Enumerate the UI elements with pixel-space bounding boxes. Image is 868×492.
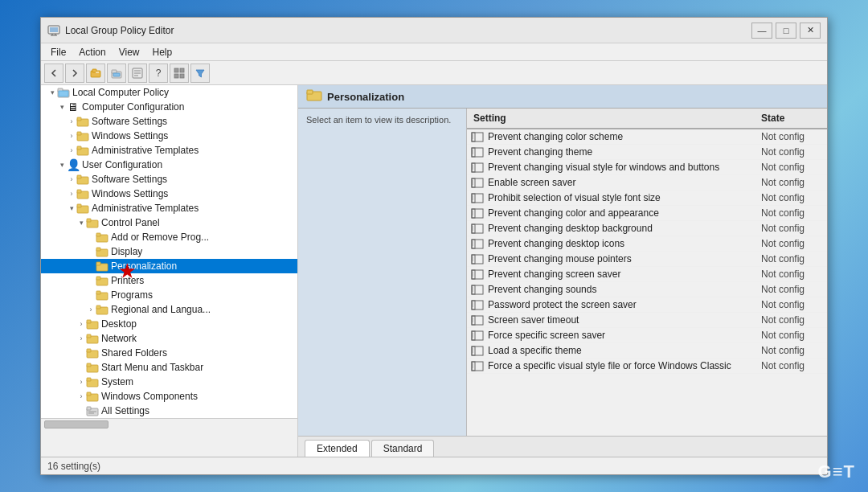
tree-windows-1[interactable]: › Windows Settings [41,129,297,143]
tree-wincomp[interactable]: › Windows Components [41,389,297,404]
tree-software-1[interactable]: › Software Settings [41,114,297,129]
svg-rect-105 [472,255,483,264]
tree-desktop[interactable]: › Desktop [41,317,297,331]
svg-rect-76 [472,163,475,172]
svg-rect-48 [87,320,91,323]
svg-rect-66 [472,133,475,141]
watermark: G≡T [818,461,855,482]
setting-name: Enable screen saver [485,177,755,188]
back-button[interactable] [44,64,63,83]
folder2-button[interactable] [107,64,126,83]
svg-rect-65 [472,133,483,141]
tree-windows-2[interactable]: › Windows Settings [41,187,297,201]
tree-network[interactable]: › Network [41,331,297,346]
view-button[interactable] [170,64,189,83]
tree-regional[interactable]: › Regional and Langua... [41,302,297,317]
tree-allsettings[interactable]: › All Settings [41,404,297,418]
setting-icon [470,131,485,142]
menu-file[interactable]: File [44,45,72,59]
filter-button[interactable] [190,64,210,83]
up-button[interactable] [86,64,105,83]
tree-system[interactable]: › System [41,375,297,389]
main-window: Local Group Policy Editor — □ ✕ File Act… [40,17,828,475]
main-content: ▾ Local Computer Policy ▾ 🖥 Computer Co [41,85,827,457]
svg-rect-28 [77,175,81,178]
cp-label: Control Panel [101,217,160,228]
tree-add-remove[interactable]: › Add or Remove Prog... [41,230,297,244]
tree-programs[interactable]: › Programs [41,288,297,302]
wc-expand: › [76,392,86,401]
settings-row[interactable]: Load a specific theme Not config [467,343,827,359]
bottom-tabs: Extended Standard [298,436,827,457]
setting-icon [470,330,485,341]
settings-row[interactable]: Force specific screen saver Not config [467,328,827,343]
ws2-icon [76,187,89,200]
setting-icon [470,345,485,356]
setting-name: Prevent changing screen saver [485,269,755,280]
forward-button[interactable] [65,64,84,83]
settings-row[interactable]: Prevent changing sounds Not config [467,282,827,297]
svg-rect-8 [112,70,117,73]
svg-rect-30 [77,190,81,193]
minimize-button[interactable]: — [751,23,772,39]
tree-panel[interactable]: ▾ Local Computer Policy ▾ 🖥 Computer Co [41,85,298,418]
settings-row[interactable]: Enable screen saver Not config [467,175,827,191]
tab-extended[interactable]: Extended [305,440,370,457]
tree-display[interactable]: › Display [41,244,297,259]
menu-view[interactable]: View [113,45,146,59]
setting-icon [470,269,485,280]
svg-rect-56 [87,378,91,381]
settings-table[interactable]: Prevent changing color scheme Not config… [467,129,827,436]
settings-row[interactable]: Force a specific visual style file or fo… [467,359,827,374]
ws1-expand: › [67,131,76,141]
wc-label: Windows Components [101,391,198,402]
settings-row[interactable]: Screen saver timeout Not config [467,313,827,328]
svg-rect-95 [472,224,483,233]
tree-personalization[interactable]: › Personalization [41,259,297,273]
settings-row[interactable]: Prevent changing color scheme Not config [467,129,827,145]
close-button[interactable]: ✕ [800,23,821,39]
svg-rect-44 [96,291,100,294]
pers-label: Personalization [111,260,177,272]
settings-row[interactable]: Prohibit selection of visual style font … [467,191,827,206]
settings-row[interactable]: Prevent changing desktop icons Not confi… [467,236,827,252]
svg-rect-71 [472,148,475,157]
menu-action[interactable]: Action [72,45,112,59]
tree-software-2[interactable]: › Software Settings [41,172,297,187]
svg-rect-100 [472,240,483,248]
tree-printers[interactable]: › Printers [41,273,297,288]
setting-icon [470,223,485,234]
settings-row[interactable]: Prevent changing visual style for window… [467,160,827,175]
tree-root[interactable]: ▾ Local Computer Policy [41,85,297,100]
settings-row[interactable]: Prevent changing theme Not config [467,145,827,160]
svg-rect-17 [180,74,184,78]
cp-expand: ▾ [76,218,86,228]
uc-label: User Configuration [82,159,162,170]
svg-rect-36 [96,233,100,236]
tree-shared[interactable]: › Shared Folders [41,346,297,360]
settings-row[interactable]: Prevent changing color and appearance No… [467,206,827,221]
tab-standard[interactable]: Standard [371,440,435,457]
settings-row[interactable]: Prevent changing screen saver Not config [467,267,827,282]
tree-user-config[interactable]: ▾ 👤 User Configuration [41,158,297,172]
settings-row[interactable]: Password protect the screen saver Not co… [467,297,827,313]
col-state-header: State [755,111,827,125]
root-expand: ▾ [47,88,57,97]
svg-rect-15 [180,68,184,72]
menu-help[interactable]: Help [146,45,179,59]
help-toolbar-button[interactable]: ? [149,64,168,83]
tree-admin-2[interactable]: ▾ Administrative Templates [41,201,297,215]
tree-admin-1[interactable]: › Administrative Templates [41,143,297,158]
disp-icon [96,245,108,258]
settings-row[interactable]: Prevent changing mouse pointers Not conf… [467,252,827,267]
svg-rect-135 [472,346,483,355]
settings-row[interactable]: Prevent changing desktop background Not … [467,221,827,236]
svg-rect-42 [96,277,100,280]
tree-startmenu[interactable]: › Start Menu and Taskbar [41,360,297,375]
maximize-button[interactable]: □ [776,23,796,39]
reg-icon [96,303,108,316]
tree-computer-config[interactable]: ▾ 🖥 Computer Configuration [41,100,297,114]
tree-hscrollbar[interactable] [41,418,297,429]
export-button[interactable] [128,64,147,83]
tree-control-panel[interactable]: ▾ Control Panel [41,215,297,230]
